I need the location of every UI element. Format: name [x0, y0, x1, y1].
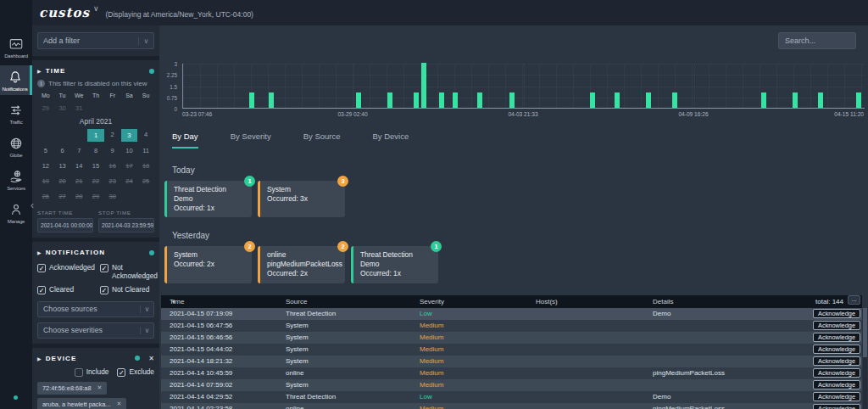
calendar-day[interactable]: 2 — [104, 129, 121, 141]
chart-bar — [509, 92, 515, 108]
calendar-day[interactable]: 31 — [70, 103, 87, 115]
table-row[interactable]: 2021-04-15 07:19:09Threat DetectionLowDe… — [161, 308, 862, 320]
tab-by-day[interactable]: By Day — [172, 132, 198, 148]
table-row[interactable]: 2021-04-15 06:46:56SystemMediumAcknowled… — [161, 332, 862, 344]
column-header-source: Source — [286, 295, 307, 308]
calendar-day[interactable]: 1 — [87, 129, 104, 142]
calendar-day[interactable]: 15 — [87, 160, 104, 172]
notification-card[interactable]: Threat DetectionDemoOccurred: 1x1 — [164, 181, 252, 217]
calendar-day[interactable]: 4 — [137, 129, 154, 141]
calendar-day[interactable]: 8 — [87, 145, 104, 157]
acknowledge-button[interactable]: Acknowledge — [813, 380, 860, 389]
chevron-down-icon[interactable]: ∨ — [138, 37, 153, 45]
calendar-day[interactable]: 30 — [54, 103, 71, 115]
active-filter-dot — [149, 69, 154, 74]
calendar-day[interactable]: 5 — [37, 145, 54, 157]
remove-tag-icon[interactable]: ✕ — [97, 384, 103, 391]
table-scrollbar[interactable] — [863, 308, 867, 409]
notification-checkbox[interactable]: ✓Not Acknowledged — [100, 263, 158, 281]
notifications-time-chart — [182, 64, 865, 109]
table-row[interactable]: 2021-04-14 02:23:58onlineMediumpingMediu… — [161, 403, 862, 409]
calendar-day[interactable]: 20 — [54, 176, 71, 188]
add-filter-input[interactable]: Add a filter ∨ — [37, 32, 154, 49]
tab-by-severity[interactable]: By Severity — [231, 132, 271, 148]
scrollbar-thumb[interactable] — [863, 308, 867, 357]
calendar-day[interactable]: 9 — [104, 145, 121, 157]
notification-checkbox[interactable]: ✓Cleared — [37, 285, 95, 294]
chevron-down-icon[interactable]: ∨ — [93, 4, 99, 13]
calendar-day[interactable]: 14 — [70, 160, 87, 172]
calendar-day[interactable]: 22 — [87, 176, 104, 188]
exclude-checkbox[interactable]: ✓ Exclude — [117, 367, 154, 377]
notification-card[interactable]: SystemOccurred: 2x2 — [164, 246, 252, 283]
choose-sources-select[interactable]: Choose sources ∨ — [37, 301, 154, 317]
notification-card[interactable]: SystemOccurred: 3x3 — [258, 181, 345, 217]
calendar-day[interactable]: 21 — [70, 176, 87, 188]
calendar-day[interactable]: 10 — [121, 145, 138, 157]
sidebar-item-notifications[interactable]: Notifications — [0, 65, 32, 95]
calendar-day[interactable]: 23 — [104, 176, 121, 188]
calendar-day[interactable]: 12 — [37, 160, 54, 172]
device-section-header[interactable]: ▶ DEVICE ✕ — [37, 353, 154, 366]
chevron-down-icon[interactable]: ∨ — [140, 305, 153, 313]
sidebar-item-manage[interactable]: Manage — [0, 198, 32, 227]
include-checkbox[interactable]: Include — [75, 367, 109, 377]
table-options-button[interactable]: ... — [848, 295, 860, 305]
acknowledge-button[interactable]: Acknowledge — [813, 333, 860, 342]
sidebar-item-traffic[interactable]: Traffic — [0, 98, 32, 128]
notification-card[interactable]: Threat DetectionDemoOccurred: 1x1 — [351, 246, 438, 283]
notification-checkbox[interactable]: ✓Acknowledged — [37, 263, 95, 281]
acknowledge-button[interactable]: Acknowledge — [813, 356, 860, 366]
calendar-day[interactable]: 29 — [87, 191, 104, 203]
time-section-header[interactable]: ▶ TIME — [37, 65, 154, 78]
calendar-day[interactable]: 25 — [137, 176, 154, 188]
table-row[interactable]: 2021-04-14 10:45:59onlineMediumpingMediu… — [161, 367, 862, 379]
notification-section-header[interactable]: ▶ NOTIFICATION — [37, 247, 154, 260]
calendar-day[interactable]: 16 — [104, 160, 121, 172]
notifications-table: Time▾ Source Severity Host(s) Details to… — [161, 295, 862, 409]
calendar-day[interactable]: 18 — [137, 160, 154, 172]
calendar-day[interactable]: 3 — [121, 129, 138, 142]
table-row[interactable]: 2021-04-15 06:47:56SystemMediumAcknowled… — [161, 320, 862, 332]
acknowledge-button[interactable]: Acknowledge — [813, 309, 860, 318]
calendar-day[interactable]: 13 — [54, 160, 71, 172]
chevron-down-icon[interactable]: ∨ — [140, 327, 153, 334]
remove-tag-icon[interactable]: ✕ — [117, 401, 122, 407]
notification-checkbox[interactable]: ✓Not Cleared — [100, 285, 158, 294]
start-time-input[interactable]: 2021-04-01 00:00:00 — [37, 218, 93, 233]
acknowledge-button[interactable]: Acknowledge — [813, 392, 860, 401]
acknowledge-button[interactable]: Acknowledge — [813, 368, 860, 378]
search-input[interactable] — [778, 32, 856, 49]
group-title: Yesterday — [164, 231, 860, 240]
table-row[interactable]: 2021-04-14 07:59:02SystemMediumAcknowled… — [161, 379, 862, 391]
calendar-day[interactable]: 30 — [104, 191, 121, 203]
calendar-day[interactable]: 19 — [37, 176, 54, 188]
calendar-day[interactable]: 29 — [37, 103, 54, 115]
tab-by-source[interactable]: By Source — [303, 132, 341, 148]
remove-filter-icon[interactable]: ✕ — [148, 355, 154, 362]
sidebar-item-dashboard[interactable]: Dashboard — [0, 32, 32, 62]
table-row[interactable]: 2021-04-15 04:44:02SystemMediumAcknowled… — [161, 344, 862, 356]
sidebar-item-globe[interactable]: Globe — [0, 132, 32, 161]
table-row[interactable]: 2021-04-14 18:21:32SystemMediumAcknowled… — [161, 356, 862, 367]
calendar-day[interactable]: 17 — [121, 160, 138, 172]
calendar-day[interactable]: 27 — [54, 191, 71, 203]
tab-by-device[interactable]: By Device — [373, 132, 409, 148]
calendar-day[interactable]: 6 — [54, 145, 71, 157]
notification-card[interactable]: onlinepingMediumPacketLossOccurred: 2x2 — [258, 246, 345, 283]
acknowledge-button[interactable]: Acknowledge — [813, 345, 860, 354]
sidebar-item-services[interactable]: Services — [0, 165, 32, 194]
calendar-day[interactable]: 26 — [37, 191, 54, 203]
calendar-day[interactable]: 7 — [70, 145, 87, 157]
device-tag: 72:4f:56:e8:68:a8✕ — [37, 382, 107, 395]
calendar-day[interactable]: 28 — [70, 191, 87, 203]
calendar-day[interactable]: 11 — [137, 145, 154, 157]
calendar-day[interactable]: 24 — [121, 176, 138, 188]
collapse-filters-chevron[interactable]: ‹ — [31, 200, 34, 210]
table-row[interactable]: 2021-04-14 04:29:52Threat DetectionLowDe… — [161, 391, 862, 403]
acknowledge-button[interactable]: Acknowledge — [813, 321, 860, 330]
choose-severities-select[interactable]: Choose severities ∨ — [37, 322, 154, 339]
calendar-blank — [70, 129, 87, 141]
stop-time-input[interactable]: 2021-04-03 23:59:59 — [98, 218, 154, 233]
acknowledge-button[interactable]: Acknowledge — [813, 404, 860, 409]
